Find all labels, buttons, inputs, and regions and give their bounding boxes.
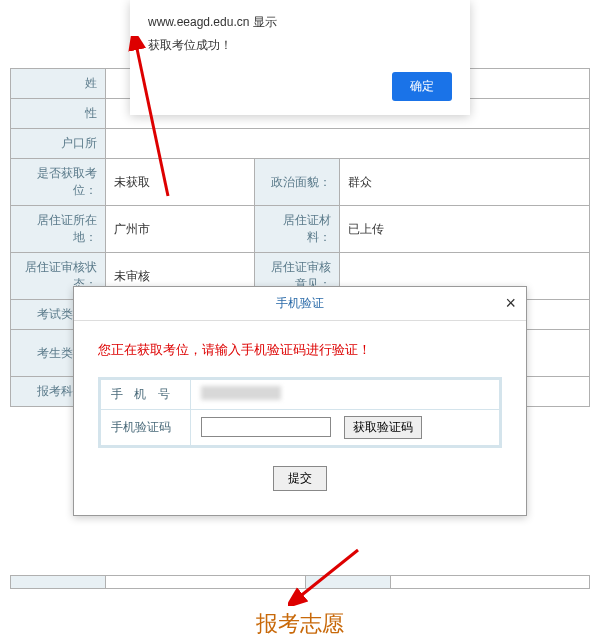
get-code-button[interactable]: 获取验证码 (344, 416, 422, 439)
phone-modal-title: 手机验证 (276, 296, 324, 310)
alert-ok-button[interactable]: 确定 (392, 72, 452, 101)
phone-modal-warning: 您正在获取考位，请输入手机验证码进行验证！ (98, 341, 502, 359)
value-phone-number (191, 380, 500, 410)
label-seat: 是否获取考位： (11, 159, 106, 206)
phone-submit-button[interactable]: 提交 (273, 466, 327, 491)
label-residence-material: 居住证材料： (255, 206, 340, 253)
value-seat: 未获取 (106, 159, 255, 206)
info-table-lower (10, 575, 590, 589)
value-political: 群众 (340, 159, 590, 206)
value-residence-addr: 广州市 (106, 206, 255, 253)
label-gender: 性 (11, 99, 106, 129)
value-residence-material: 已上传 (340, 206, 590, 253)
label-hukou: 户口所 (11, 129, 106, 159)
alert-url: www.eeagd.edu.cn 显示 (148, 14, 452, 31)
browser-alert: www.eeagd.edu.cn 显示 获取考位成功！ 确定 (130, 0, 470, 115)
label-residence-addr: 居住证所在地： (11, 206, 106, 253)
phone-number-masked (201, 386, 281, 400)
label-phone-code: 手机验证码 (101, 410, 191, 446)
volunteer-title: 报考志愿 (0, 609, 600, 639)
label-political: 政治面貌： (255, 159, 340, 206)
phone-verify-modal: 手机验证 × 您正在获取考位，请输入手机验证码进行验证！ 手 机 号 手机验证码… (73, 286, 527, 516)
close-icon[interactable]: × (505, 293, 516, 314)
alert-message: 获取考位成功！ (148, 37, 452, 54)
label-phone-number: 手 机 号 (101, 380, 191, 410)
label-name: 姓 (11, 69, 106, 99)
phone-code-input[interactable] (201, 417, 331, 437)
